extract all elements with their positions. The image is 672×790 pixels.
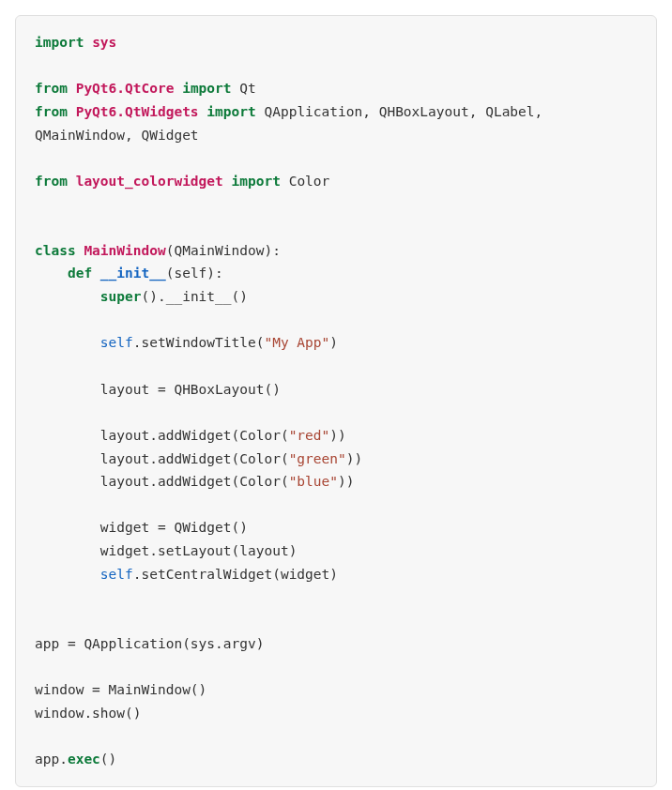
set-window-title-open: .setWindowTitle( [133,335,265,350]
imported-qt: Qt [239,81,255,96]
set-window-title-close: ) [329,335,338,350]
imported-widgets-1: QApplication, QHBoxLayout, QLabel, [264,104,542,119]
module-pyqt-core: PyQt6.QtCore [76,81,175,96]
dunder-init: __init__ [100,266,166,281]
kw-from: from [35,104,68,119]
class-bases: (QMainWindow): [166,243,281,258]
addwidget-green-close: )) [346,451,362,466]
widget-setlayout: widget.setLayout(layout) [100,543,298,558]
imported-widgets-2: QMainWindow, QWidget [35,128,199,143]
self-kw: self [100,335,133,350]
addwidget-green-open: layout.addWidget(Color( [100,451,289,466]
builtin-super: super [100,289,142,304]
kw-import: import [35,35,84,50]
module-sys: sys [92,35,116,50]
string-red: "red" [289,428,330,443]
string-blue: "blue" [289,474,338,489]
module-pyqt-widgets: PyQt6.QtWidgets [76,104,199,119]
addwidget-red-open: layout.addWidget(Color( [100,428,289,443]
kw-def: def [68,266,92,281]
set-central-widget: .setCentralWidget(widget) [133,567,338,582]
exec-parens: () [100,752,116,767]
string-green: "green" [289,451,346,466]
kw-from: from [35,81,68,96]
kw-class: class [35,243,76,258]
kw-import: import [232,174,281,189]
code-block: import sys from PyQt6.QtCore import Qt f… [15,15,657,787]
window-assign: window = MainWindow() [35,682,206,697]
app-assign: app = QApplication(sys.argv) [35,636,264,651]
kw-import: import [206,104,255,119]
kw-import: import [182,81,231,96]
window-show: window.show() [35,706,142,721]
super-call: ().__init__() [142,289,249,304]
self-kw: self [100,567,133,582]
addwidget-red-close: )) [329,428,345,443]
layout-assign: layout = QHBoxLayout() [100,382,281,397]
kw-from: from [35,174,68,189]
def-params: (self): [166,266,223,281]
imported-color: Color [289,174,330,189]
exec-call: exec [68,752,100,767]
module-layout-colorwidget: layout_colorwidget [76,174,223,189]
class-mainwindow: MainWindow [84,243,165,258]
addwidget-blue-close: )) [338,474,354,489]
widget-assign: widget = QWidget() [100,520,248,535]
app-dot: app. [35,752,68,767]
addwidget-blue-open: layout.addWidget(Color( [100,474,289,489]
string-myapp: "My App" [264,335,329,350]
